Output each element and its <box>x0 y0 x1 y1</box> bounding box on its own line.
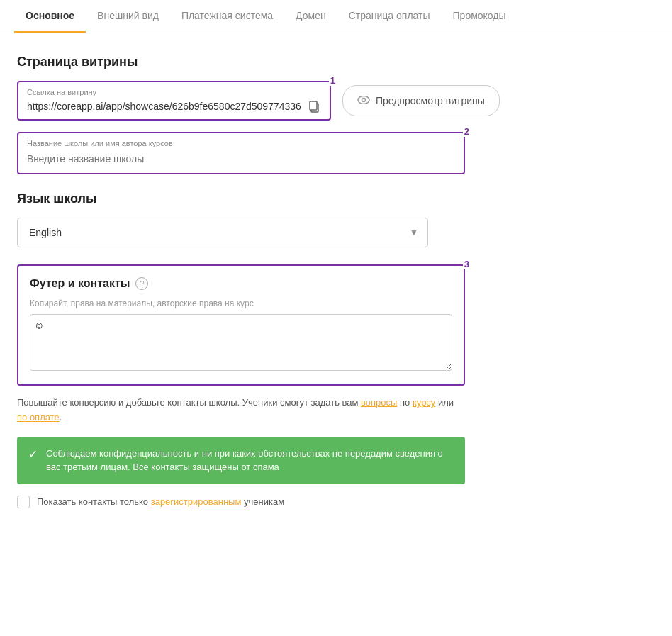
tab-domain[interactable]: Домен <box>284 0 337 33</box>
link-registered: зарегистрированным <box>151 496 242 507</box>
footer-title-row: Футер и контакты ? <box>30 277 452 290</box>
tab-payment-system[interactable]: Платежная система <box>170 0 284 33</box>
showcase-title: Страница витрины <box>17 55 465 69</box>
svg-point-3 <box>362 99 365 102</box>
tab-payment-page[interactable]: Страница оплаты <box>337 0 442 33</box>
school-name-input[interactable] <box>27 150 455 167</box>
link-course: курсу <box>413 397 435 408</box>
language-section: Язык школы English Русский Deutsch Franç… <box>17 191 465 247</box>
preview-button-label: Предпросмотр витрины <box>376 95 485 106</box>
svg-point-2 <box>358 96 369 104</box>
footer-sublabel: Копирайт, права на материалы, авторские … <box>30 299 452 308</box>
url-field-row: https://coreapp.ai/app/showcase/626b9fe6… <box>27 99 321 113</box>
footer-contacts-block: 3 Футер и контакты ? Копирайт, права на … <box>17 264 465 386</box>
tab-bar: Основное Внешний вид Платежная система Д… <box>0 0 672 33</box>
eye-icon <box>357 94 370 107</box>
check-icon: ✓ <box>28 447 38 461</box>
url-value: https://coreapp.ai/app/showcase/626b9fe6… <box>27 101 301 112</box>
tab-promo[interactable]: Промокоды <box>442 0 517 33</box>
privacy-banner: ✓ Соблюдаем конфиденциальность и ни при … <box>17 437 465 484</box>
tab-osnovnoe[interactable]: Основное <box>14 0 86 33</box>
url-field-label: Ссылка на витрину <box>27 88 321 96</box>
link-payment: по оплате <box>17 412 60 423</box>
school-name-field-block: 2 Название школы или имя автора курсов <box>17 132 465 174</box>
url-field-block: 1 Ссылка на витрину https://coreapp.ai/a… <box>17 81 331 121</box>
tab-vneshny-vid[interactable]: Внешний вид <box>86 0 170 33</box>
footer-section-title: Футер и контакты <box>30 277 130 290</box>
school-field-number: 2 <box>463 126 471 137</box>
language-select[interactable]: English Русский Deutsch Français <box>17 218 428 247</box>
footer-textarea[interactable]: © <box>30 314 452 371</box>
preview-button[interactable]: Предпросмотр витрины <box>342 85 500 116</box>
main-content: Страница витрины 1 Ссылка на витрину htt… <box>0 33 482 530</box>
copy-icon[interactable] <box>307 99 321 113</box>
language-title: Язык школы <box>17 191 465 206</box>
banner-text: Соблюдаем конфиденциальность и ни при ка… <box>46 447 454 474</box>
show-contacts-checkbox[interactable] <box>17 496 30 508</box>
footer-field-number: 3 <box>463 259 471 269</box>
show-contacts-checkbox-row: Показать контакты только зарегистрирован… <box>17 496 465 508</box>
url-row: 1 Ссылка на витрину https://coreapp.ai/a… <box>17 81 465 121</box>
help-icon[interactable]: ? <box>135 277 148 290</box>
url-field-number: 1 <box>329 75 337 86</box>
info-text: Повышайте конверсию и добавьте контакты … <box>17 396 465 425</box>
checkbox-label-text: Показать контакты только зарегистрирован… <box>37 496 284 507</box>
link-questions: вопросы <box>361 397 397 408</box>
svg-rect-1 <box>310 101 317 110</box>
school-field-label: Название школы или имя автора курсов <box>27 139 455 147</box>
language-select-wrapper: English Русский Deutsch Français ▼ <box>17 218 428 247</box>
